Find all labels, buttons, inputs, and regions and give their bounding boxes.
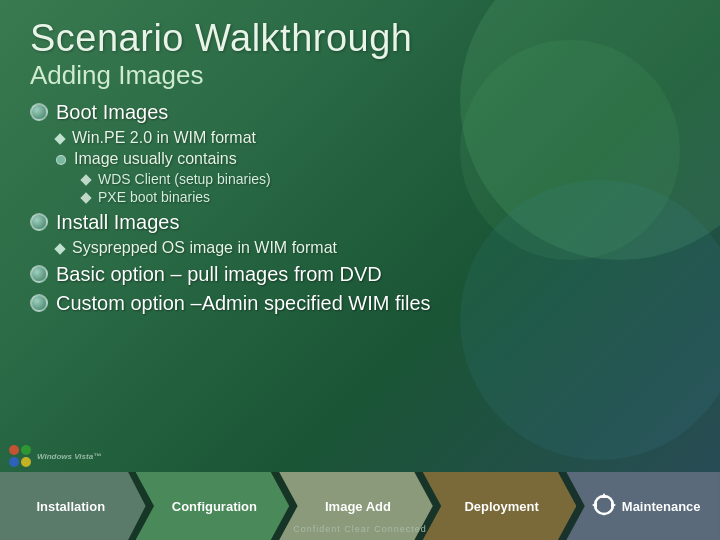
bullet-pxe [80, 192, 91, 203]
tab-configuration[interactable]: Configuration [136, 472, 290, 540]
section-custom-option: Custom option –Admin specified WIM files [30, 292, 690, 315]
section-install-images: Install Images Sysprepped OS image in WI… [30, 211, 690, 257]
level1-custom: Custom option –Admin specified WIM files [30, 292, 690, 315]
level3-pxe: PXE boot binaries [82, 189, 690, 205]
bullet-image-contains [56, 155, 66, 165]
main-title: Scenario Walkthrough [30, 18, 690, 60]
bullet-install-images [30, 213, 48, 231]
main-content: Scenario Walkthrough Adding Images Boot … [0, 0, 720, 315]
level1-basic: Basic option – pull images from DVD [30, 263, 690, 286]
tab-maintenance-label: Maintenance [622, 499, 701, 514]
sysprepped-text: Sysprepped OS image in WIM format [72, 239, 337, 257]
wds-text: WDS Client (setup binaries) [98, 171, 271, 187]
tab-image-add-label: Image Add [325, 499, 391, 514]
svg-point-6 [21, 457, 31, 467]
tab-installation-label: Installation [36, 499, 105, 514]
winpe-text: Win.PE 2.0 in WIM format [72, 129, 256, 147]
custom-option-label: Custom option –Admin specified WIM files [56, 292, 431, 315]
install-images-label: Install Images [56, 211, 179, 234]
tab-deployment[interactable]: Deployment [423, 472, 577, 540]
bullet-sysprepped [54, 243, 65, 254]
footer-tagline: Confident Clear Connected [293, 524, 427, 534]
level2-sysprepped: Sysprepped OS image in WIM format [56, 239, 690, 257]
svg-point-4 [21, 445, 31, 455]
svg-point-5 [9, 457, 19, 467]
level2-image-contains: Image usually contains [56, 150, 690, 168]
section-basic-option: Basic option – pull images from DVD [30, 263, 690, 286]
bullet-custom [30, 294, 48, 312]
bullet-basic [30, 265, 48, 283]
tab-maintenance[interactable]: Maintenance [566, 472, 720, 540]
windows-vista-logo: Windows Vista™ [8, 444, 101, 468]
bullet-winpe [54, 133, 65, 144]
svg-point-3 [9, 445, 19, 455]
tab-configuration-label: Configuration [172, 499, 257, 514]
basic-option-label: Basic option – pull images from DVD [56, 263, 382, 286]
windows-logo-icon [8, 444, 32, 468]
bullet-boot-images [30, 103, 48, 121]
level1-boot-images: Boot Images [30, 101, 690, 124]
tab-installation[interactable]: Installation [0, 472, 146, 540]
windows-vista-text: Windows Vista™ [37, 452, 101, 461]
boot-images-label: Boot Images [56, 101, 168, 124]
tab-deployment-label: Deployment [464, 499, 538, 514]
bullet-wds [80, 174, 91, 185]
level2-winpe: Win.PE 2.0 in WIM format [56, 129, 690, 147]
level1-install-images: Install Images [30, 211, 690, 234]
image-contains-text: Image usually contains [74, 150, 237, 168]
maintenance-recycle-icon [590, 492, 618, 520]
section-boot-images: Boot Images Win.PE 2.0 in WIM format Ima… [30, 101, 690, 205]
sub-title: Adding Images [30, 60, 690, 91]
pxe-text: PXE boot binaries [98, 189, 210, 205]
level3-wds: WDS Client (setup binaries) [82, 171, 690, 187]
